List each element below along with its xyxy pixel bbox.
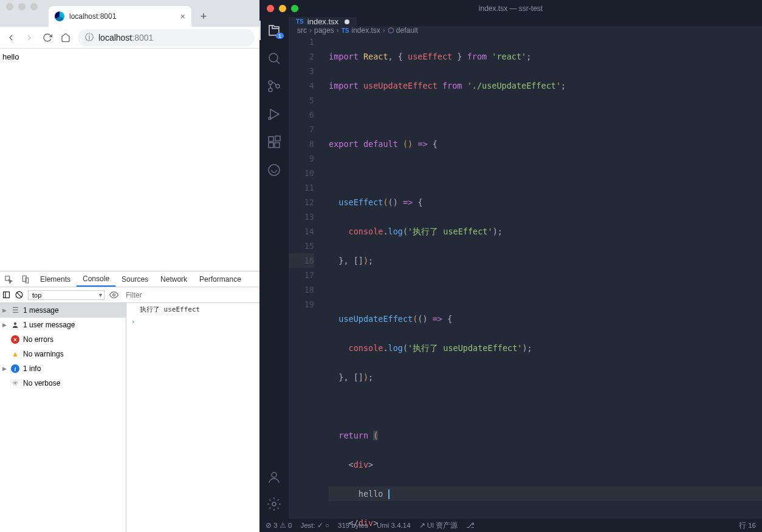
svg-point-22	[272, 502, 276, 506]
window-close-icon[interactable]	[6, 3, 13, 10]
window-min-icon[interactable]	[279, 5, 286, 12]
context-select-wrap: top	[28, 290, 105, 300]
sidebar-messages[interactable]: ▶☰1 message	[0, 303, 126, 318]
ts-icon: TS	[342, 27, 349, 34]
explorer-badge: 1	[276, 33, 284, 39]
svg-rect-18	[275, 143, 280, 148]
explorer-icon[interactable]: 1	[267, 23, 281, 38]
url-port: :8001	[132, 33, 153, 43]
svg-point-9	[269, 53, 278, 62]
console-filter-input[interactable]	[123, 290, 208, 301]
editor-tab-name: index.tsx	[307, 17, 338, 26]
svg-point-7	[113, 294, 115, 296]
chrome-tabstrip: localhost:8001 × +	[0, 0, 259, 27]
console-sidebar: ▶☰1 message ▶1 user message ×No errors ▲…	[0, 303, 126, 532]
source-control-icon[interactable]	[267, 79, 281, 94]
activity-bar: 1	[259, 17, 289, 519]
window-max-icon[interactable]	[291, 5, 298, 12]
svg-point-12	[269, 88, 272, 92]
devtools-tab-network[interactable]: Network	[154, 271, 193, 287]
status-ui-assets[interactable]: ↗ UI 资产源	[419, 521, 458, 530]
tab-favicon-icon	[55, 12, 64, 21]
svg-point-13	[276, 84, 280, 88]
editor-tab-index[interactable]: TS index.tsx	[289, 17, 357, 26]
search-icon[interactable]	[267, 51, 281, 66]
clear-console-icon[interactable]	[15, 291, 23, 299]
reload-button[interactable]	[41, 32, 53, 44]
svg-line-10	[276, 61, 280, 64]
vscode-window: index.tsx — ssr-test 1 TS index.tsx	[259, 0, 762, 532]
devtools-panel: Elements Console Sources Network Perform…	[0, 271, 259, 532]
editor-area: TS index.tsx src› pages› TSindex.tsx› ⬡d…	[289, 17, 762, 519]
page-content: hello	[0, 49, 259, 65]
error-icon: ×	[11, 335, 19, 344]
site-info-icon[interactable]: ⓘ	[85, 32, 94, 43]
svg-point-15	[269, 117, 271, 120]
ts-icon: TS	[296, 18, 304, 25]
status-problems[interactable]: ⊘ 3 ⚠ 0	[266, 521, 292, 530]
window-max-icon[interactable]	[30, 3, 38, 10]
status-git[interactable]: ⎇	[466, 521, 475, 530]
chrome-toolbar: ⓘ localhost:8001	[0, 27, 259, 49]
console-output: 执行了 useEffect ›	[126, 303, 259, 532]
sidebar-info[interactable]: ▶i1 info	[0, 361, 126, 376]
verbose-icon: ✳	[11, 379, 19, 387]
tab-title: localhost:8001	[69, 12, 176, 21]
settings-gear-icon[interactable]	[267, 497, 281, 511]
devtools-tab-elements[interactable]: Elements	[34, 271, 77, 287]
status-filesize[interactable]: 319 bytes	[338, 522, 368, 529]
warning-icon: ▲	[11, 350, 19, 358]
svg-point-8	[14, 322, 16, 325]
console-prompt-line[interactable]: ›	[126, 316, 259, 327]
chrome-traffic-lights	[6, 3, 38, 10]
back-button[interactable]	[5, 32, 17, 44]
message-icon: ☰	[11, 306, 19, 315]
tab-close-icon[interactable]: ×	[180, 12, 185, 21]
home-button[interactable]	[60, 32, 72, 44]
svg-line-6	[16, 292, 22, 298]
symbol-icon: ⬡	[388, 26, 394, 35]
sidebar-warnings[interactable]: ▲No warnings	[0, 347, 126, 361]
address-bar[interactable]: ⓘ localhost:8001	[78, 29, 255, 46]
svg-marker-14	[270, 109, 279, 119]
sidebar-user-messages[interactable]: ▶1 user message	[0, 318, 126, 332]
browser-tab[interactable]: localhost:8001 ×	[49, 6, 191, 27]
window-min-icon[interactable]	[18, 3, 26, 10]
devtools-tab-sources[interactable]: Sources	[115, 271, 154, 287]
code-content[interactable]: import React, { useEffect } from 'react'…	[325, 35, 762, 532]
vscode-title: index.tsx — ssr-test	[479, 4, 543, 13]
execution-context-select[interactable]: top	[28, 290, 105, 300]
vscode-traffic-lights	[267, 5, 298, 12]
chevron-right-icon: ›	[131, 318, 136, 326]
code-editor[interactable]: 12345678910111213141516171819 import Rea…	[289, 35, 762, 532]
info-icon: i	[11, 364, 19, 373]
svg-rect-17	[269, 143, 273, 148]
sidebar-verbose[interactable]: ✳No verbose	[0, 376, 126, 390]
status-line-col[interactable]: 行 16	[739, 521, 756, 530]
status-jest[interactable]: Jest: ✓ ○	[300, 521, 329, 530]
inspect-element-icon[interactable]	[0, 275, 17, 284]
vscode-titlebar: index.tsx — ssr-test	[259, 0, 762, 17]
vscode-main: 1 TS index.tsx src› pages› TS	[259, 17, 762, 519]
line-gutter: 12345678910111213141516171819	[289, 35, 325, 532]
umi-icon[interactable]	[267, 163, 281, 177]
devtools-tab-console[interactable]: Console	[77, 271, 115, 287]
live-expression-icon[interactable]	[109, 290, 118, 299]
svg-rect-3	[4, 292, 10, 298]
breadcrumb[interactable]: src› pages› TSindex.tsx› ⬡default	[289, 26, 762, 35]
run-debug-icon[interactable]	[267, 107, 281, 121]
extensions-icon[interactable]	[267, 135, 281, 149]
window-close-icon[interactable]	[267, 5, 274, 12]
device-toggle-icon[interactable]	[17, 275, 34, 284]
forward-button[interactable]	[23, 32, 35, 44]
status-umi[interactable]: Umi 3.4.14	[377, 522, 411, 529]
account-icon[interactable]	[267, 470, 281, 485]
new-tab-button[interactable]: +	[195, 8, 212, 25]
devtools-tab-performance[interactable]: Performance	[193, 271, 247, 287]
console-sidebar-toggle-icon[interactable]	[2, 291, 10, 299]
console-filterbar: top	[0, 287, 259, 303]
url-host: localhost	[98, 33, 132, 43]
svg-point-20	[269, 165, 280, 176]
svg-rect-19	[275, 136, 280, 141]
sidebar-errors[interactable]: ×No errors	[0, 332, 126, 347]
